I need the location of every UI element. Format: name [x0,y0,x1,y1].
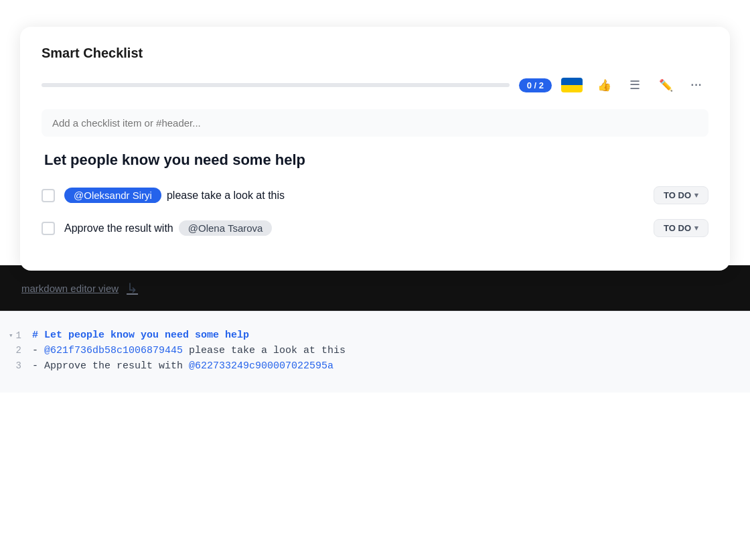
markdown-link-text: markdown editor view [21,283,119,294]
line-num-2: 2 [0,345,32,356]
checkbox-1[interactable] [42,189,55,202]
code-content-2: - @621f736db58c1006879445 please take a … [32,345,346,356]
code-mention-2: @621f736db58c1006879445 [44,345,183,356]
chevron-down-icon-1: ▾ [694,191,698,200]
line-num-1: ▾ 1 [0,330,32,341]
mention-tag-olena[interactable]: @Olena Tsarova [179,220,273,236]
item-2-text-before: Approve the result with [64,222,173,234]
toolbar-icons: 👍 ☰ ✏️ ··· [592,73,708,97]
progress-bar-bg [42,83,510,87]
code-line-3: 3 - Approve the result with @622733249c9… [0,358,750,374]
filter-icon: ☰ [629,78,640,92]
status-badge-2[interactable]: TO DO ▾ [654,219,708,237]
expand-icon-1: ▾ [9,331,13,340]
filter-button[interactable]: ☰ [623,73,647,97]
code-dash-3: - Approve the result with [32,360,189,372]
item-2-content: Approve the result with @Olena Tsarova [64,220,644,236]
line-num-3: 3 [0,360,32,371]
ellipsis-icon: ··· [690,78,702,92]
code-dash-2: - [32,345,44,356]
progress-row: 0 / 2 👍 ☰ ✏️ ··· [42,73,708,97]
code-content-1: # Let people know you need some help [32,330,249,341]
checklist-item: @Oleksandr Siryi please take a look at t… [42,181,708,210]
code-mention-3: @622733249c900007022595a [189,360,333,372]
status-badge-1[interactable]: TO DO ▾ [654,186,708,204]
like-button[interactable]: 👍 [592,73,616,97]
thumbs-up-icon: 👍 [597,78,611,92]
checklist-card: Smart Checklist 0 / 2 👍 ☰ ✏️ ··· [20,27,730,271]
item-1-text: please take a look at this [167,190,285,202]
edit-button[interactable]: ✏️ [654,73,678,97]
cursor-arrow-icon: ↳ [127,280,138,296]
pencil-icon: ✏️ [659,78,673,92]
markdown-editor-link[interactable]: markdown editor view ↳ [21,280,138,296]
mention-tag-oleksandr[interactable]: @Oleksandr Siryi [64,188,161,203]
add-checklist-input[interactable] [42,109,708,137]
progress-badge: 0 / 2 [519,78,552,92]
chevron-down-icon-2: ▾ [694,224,698,232]
checkbox-2[interactable] [42,222,55,235]
dark-bar: markdown editor view ↳ [0,265,750,311]
code-line-1: ▾ 1 # Let people know you need some help [0,328,750,343]
app-title: Smart Checklist [42,46,708,61]
code-line-2: 2 - @621f736db58c1006879445 please take … [0,343,750,358]
checklist-item-2: Approve the result with @Olena Tsarova T… [42,214,708,242]
code-panel: ▾ 1 # Let people know you need some help… [0,311,750,393]
code-content-3: - Approve the result with @622733249c900… [32,360,333,372]
section-header: Let people know you need some help [44,151,708,169]
item-1-content: @Oleksandr Siryi please take a look at t… [64,188,644,203]
code-rest-2: please take a look at this [183,345,346,356]
more-button[interactable]: ··· [684,73,708,97]
ukraine-flag-icon [561,78,583,92]
status-label-1: TO DO [664,190,691,200]
status-label-2: TO DO [664,223,691,233]
